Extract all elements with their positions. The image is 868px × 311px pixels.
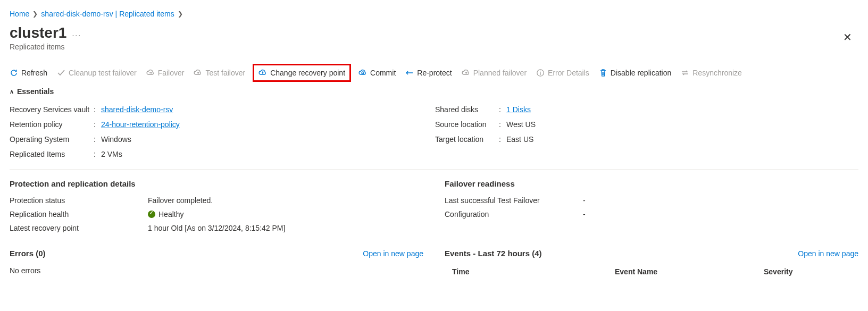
chevron-right-icon: ❯	[178, 10, 183, 18]
errors-header: Errors (0)	[10, 249, 46, 258]
error-details-button: Error Details	[536, 69, 589, 77]
replication-health-label: Replication health	[10, 210, 148, 218]
command-bar: Refresh Cleanup test failover Failover T…	[10, 66, 858, 84]
chevron-up-icon: ∧	[10, 88, 14, 95]
ess-rep-value: 2 VMs	[101, 150, 122, 158]
change-recovery-point-button[interactable]: Change recovery point	[253, 64, 351, 82]
essentials-grid: Recovery Services vault : shared-disk-de…	[10, 102, 858, 162]
protection-status-label: Protection status	[10, 196, 148, 205]
cloud-arrow-icon	[194, 69, 202, 77]
separator	[10, 169, 858, 170]
breadcrumb-home[interactable]: Home	[10, 10, 29, 18]
ess-os-label: Operating System	[10, 135, 94, 144]
ess-ret-link[interactable]: 24-hour-retention-policy	[101, 120, 180, 129]
page-subtitle: Replicated items	[10, 43, 858, 51]
cleanup-test-failover-button: Cleanup test failover	[57, 69, 137, 77]
cloud-sync-icon	[358, 69, 367, 77]
test-failover-label: Test failover	[205, 69, 245, 77]
svg-point-1	[540, 71, 541, 72]
config-label: Configuration	[445, 210, 583, 218]
cloud-arrow-icon	[146, 69, 155, 77]
check-icon	[57, 69, 65, 77]
events-col-name: Event Name	[615, 267, 764, 276]
events-col-severity: Severity	[764, 267, 858, 276]
ess-sd-label: Shared disks	[435, 105, 499, 114]
test-failover-button: Test failover	[194, 69, 245, 77]
events-col-time: Time	[445, 267, 615, 276]
events-open-link[interactable]: Open in new page	[798, 249, 858, 258]
latest-rp-label: Latest recovery point	[10, 224, 148, 232]
errors-open-link[interactable]: Open in new page	[363, 249, 423, 258]
chevron-right-icon: ❯	[32, 10, 38, 18]
reprotect-button[interactable]: Re-protect	[405, 69, 452, 77]
resync-label: Resynchronize	[692, 69, 742, 77]
reprotect-label: Re-protect	[417, 69, 452, 77]
refresh-button[interactable]: Refresh	[10, 69, 47, 77]
ess-ret-label: Retention policy	[10, 120, 94, 129]
disable-replication-button[interactable]: Disable replication	[599, 69, 671, 77]
ess-rsv-label: Recovery Services vault	[10, 105, 94, 114]
refresh-label: Refresh	[21, 69, 47, 77]
readiness-header: Failover readiness	[445, 179, 858, 188]
breadcrumb-path[interactable]: shared-disk-demo-rsv | Replicated items	[41, 10, 174, 18]
cleanup-label: Cleanup test failover	[69, 69, 137, 77]
ess-sd-link[interactable]: 1 Disks	[506, 105, 531, 114]
error-details-label: Error Details	[548, 69, 589, 77]
essentials-toggle[interactable]: ∧ Essentials	[10, 87, 858, 96]
failover-label: Failover	[158, 69, 185, 77]
protection-header: Protection and replication details	[10, 179, 423, 188]
info-icon	[536, 69, 545, 77]
cloud-arrow-icon	[462, 69, 470, 77]
essentials-label: Essentials	[17, 87, 54, 96]
cloud-up-icon	[258, 69, 267, 77]
last-test-value: -	[583, 196, 586, 205]
swap-icon	[681, 69, 689, 77]
health-ok-icon	[148, 211, 155, 218]
disable-rep-label: Disable replication	[611, 69, 671, 77]
ess-rsv-link[interactable]: shared-disk-demo-rsv	[101, 105, 173, 114]
commit-button[interactable]: Commit	[358, 69, 396, 77]
trash-icon	[599, 69, 607, 77]
last-test-label: Last successful Test Failover	[445, 196, 583, 205]
breadcrumb: Home ❯ shared-disk-demo-rsv | Replicated…	[10, 10, 858, 18]
resynchronize-button: Resynchronize	[681, 69, 742, 77]
ess-src-label: Source location	[435, 120, 499, 129]
no-errors-text: No errors	[10, 264, 423, 277]
arrow-left-icon	[405, 69, 414, 77]
title-row: cluster1 ···	[10, 23, 858, 41]
ess-os-value: Windows	[101, 135, 131, 144]
replication-health-value: Healthy	[148, 210, 183, 218]
events-header: Events - Last 72 hours (4)	[445, 249, 542, 258]
planned-failover-label: Planned failover	[473, 69, 527, 77]
config-value: -	[583, 210, 586, 218]
page-title: cluster1	[10, 24, 66, 41]
ess-tgt-label: Target location	[435, 135, 499, 144]
failover-button: Failover	[146, 69, 185, 77]
more-icon[interactable]: ···	[72, 31, 81, 39]
ess-rep-label: Replicated Items	[10, 150, 94, 158]
commit-label: Commit	[370, 69, 396, 77]
protection-status-value: Failover completed.	[148, 196, 213, 205]
refresh-icon	[10, 69, 18, 77]
planned-failover-button: Planned failover	[462, 69, 527, 77]
events-table-header: Time Event Name Severity	[445, 264, 858, 279]
close-icon[interactable]: ✕	[843, 31, 852, 44]
ess-tgt-value: East US	[506, 135, 533, 144]
latest-rp-value: 1 hour Old [As on 3/12/2024, 8:15:42 PM]	[148, 224, 285, 232]
change-rp-label: Change recovery point	[270, 69, 345, 77]
ess-src-value: West US	[506, 120, 536, 129]
